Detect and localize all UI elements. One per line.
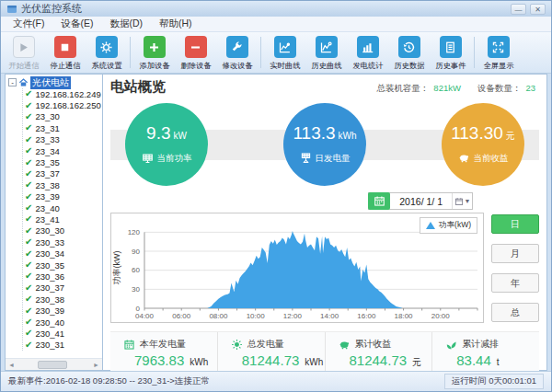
scroll-right-icon[interactable]: ►: [91, 362, 101, 368]
tree-item-23_41[interactable]: ✔23_41: [25, 213, 102, 225]
add-device-button[interactable]: 添加设备: [133, 34, 175, 73]
svg-text:08:00: 08:00: [209, 312, 228, 320]
stop-comm-button[interactable]: 停止通信: [44, 34, 86, 73]
stat-value: 81244.73: [350, 352, 408, 368]
tree-item-230_35[interactable]: ✔230_35: [25, 259, 102, 271]
svg-text:120: 120: [128, 228, 141, 236]
tree-item-23_34[interactable]: ✔23_34: [25, 145, 102, 156]
tree-item-230_40[interactable]: ✔230_40: [25, 317, 102, 328]
scrollbar-thumb[interactable]: [38, 361, 67, 369]
tree-item-label: 230_36: [35, 271, 64, 282]
check-icon: ✔: [25, 123, 32, 133]
device-count-label: 设备数量：: [477, 83, 522, 93]
edit-device-button[interactable]: 修改设备: [216, 34, 258, 73]
tree-children: ✔192.168.162.249✔192.168.162.250✔23_30✔2…: [22, 88, 102, 351]
tree-item-230_30[interactable]: ✔230_30: [25, 225, 102, 236]
tree-item-label: 192.168.162.250: [35, 100, 100, 110]
stat-label: 累计收益: [355, 338, 392, 351]
tree-item-192.168.162.250[interactable]: ✔192.168.162.250: [25, 99, 102, 110]
tree-item-23_35[interactable]: ✔23_35: [25, 156, 102, 167]
tree-item-label: 23_41: [35, 214, 59, 225]
tree-root-label[interactable]: 光伏电站: [30, 76, 71, 89]
tree-collapse-icon[interactable]: -: [8, 78, 17, 86]
system-settings-button[interactable]: 系统设置: [86, 34, 127, 73]
history-data-button[interactable]: 历史数据: [388, 34, 430, 73]
check-icon: ✔: [25, 192, 32, 202]
fullscreen-button[interactable]: 全屏显示: [477, 34, 519, 73]
tree-item-230_39[interactable]: ✔230_39: [25, 305, 102, 316]
menu-item-3[interactable]: 帮助(H): [151, 17, 201, 30]
svg-text:14:00: 14:00: [320, 312, 339, 320]
check-icon: ✔: [25, 89, 32, 98]
history-curve-button[interactable]: 历史曲线: [305, 34, 347, 73]
sun-icon: [231, 339, 243, 351]
scroll-left-icon[interactable]: ◄: [6, 362, 17, 368]
history-events-icon: [440, 36, 462, 58]
period-button-3[interactable]: 总: [491, 303, 539, 322]
tree-item-label: 192.168.162.249: [35, 89, 100, 99]
period-button-2[interactable]: 年: [491, 273, 539, 293]
stat-cell: 本年发电量7963.83kWh: [110, 332, 217, 375]
tree-item-label: 23_39: [35, 191, 59, 202]
generation-stats-button[interactable]: 发电统计: [347, 34, 388, 73]
tree-item-230_34[interactable]: ✔230_34: [25, 248, 102, 259]
date-picker[interactable]: 2016/ 1/ 1 ▼: [368, 192, 473, 210]
history-events-button[interactable]: 历史事件: [430, 34, 471, 73]
stat-value-row: 83.44t: [445, 352, 539, 368]
period-button-1[interactable]: 月: [491, 244, 539, 263]
capacity-stat: 总装机容量：821kW: [376, 83, 461, 95]
check-icon: ✔: [25, 260, 32, 270]
menu-item-2[interactable]: 数据(D): [101, 17, 151, 30]
tree-item-230_33[interactable]: ✔230_33: [25, 236, 102, 248]
daily-energy-value: 113.3: [293, 124, 335, 143]
period-buttons: 日月年总: [491, 213, 539, 323]
tree-item-23_31[interactable]: ✔23_31: [25, 122, 102, 133]
tree-item-230_41[interactable]: ✔230_41: [25, 328, 102, 339]
daily-energy-circle: 113.3kWh 日发电量: [283, 103, 366, 186]
kpi-circles: 9.3kW 当前功率 113.3kWh 日发电量 113.30元 当前收益: [110, 101, 539, 190]
tree-item-23_37[interactable]: ✔23_37: [25, 168, 102, 179]
tree-root-station[interactable]: - 光伏电站: [8, 76, 102, 88]
calendar-dropdown-icon[interactable]: ▼: [452, 193, 472, 209]
toolbar-separator: [260, 37, 261, 68]
page-title: 电站概览: [110, 78, 166, 96]
check-icon: ✔: [25, 112, 32, 121]
tree-item-23_33[interactable]: ✔23_33: [25, 134, 102, 145]
sidebar-horizontal-scrollbar[interactable]: ◄ ►: [6, 358, 102, 370]
delete-device-button[interactable]: 删除设备: [175, 34, 216, 73]
tree-item-23_40[interactable]: ✔23_40: [25, 202, 102, 213]
tree-item-230_36[interactable]: ✔230_36: [25, 271, 102, 282]
toolbar-button-label: 全屏显示: [483, 61, 513, 72]
tree-item-230_37[interactable]: ✔230_37: [25, 282, 102, 294]
date-value[interactable]: 2016/ 1/ 1: [390, 196, 452, 207]
stat-header: 总发电量: [231, 338, 325, 351]
device-sidebar: - 光伏电站 ✔192.168.162.249✔192.168.162.250✔…: [5, 74, 103, 371]
close-button[interactable]: ✕: [530, 4, 546, 15]
tree-item-192.168.162.249[interactable]: ✔192.168.162.249: [25, 88, 102, 99]
toolbar-separator: [130, 37, 131, 68]
current-income-label: 当前收益: [474, 153, 509, 165]
tree-item-label: 23_30: [35, 111, 59, 121]
svg-text:18:00: 18:00: [395, 312, 414, 320]
tree-item-230_38[interactable]: ✔230_38: [25, 294, 102, 305]
tree-item-label: 230_31: [35, 340, 64, 350]
tree-item-23_39[interactable]: ✔23_39: [25, 191, 102, 202]
menu-item-0[interactable]: 文件(F): [5, 17, 52, 30]
tree-item-label: 230_34: [35, 248, 64, 259]
current-power-unit: kW: [173, 127, 186, 145]
content-area: - 光伏电站 ✔192.168.162.249✔192.168.162.250✔…: [1, 74, 551, 371]
realtime-curve-button[interactable]: 实时曲线: [264, 34, 305, 73]
tree-item-23_30[interactable]: ✔23_30: [25, 111, 102, 122]
period-button-0[interactable]: 日: [491, 214, 539, 234]
start-comm-icon: [13, 36, 35, 58]
minimize-button[interactable]: —: [511, 4, 526, 15]
home-icon: [18, 77, 29, 87]
menu-item-1[interactable]: 设备(E): [52, 17, 101, 30]
calendar-icon[interactable]: [368, 192, 390, 210]
tree-item-230_31[interactable]: ✔230_31: [25, 340, 102, 351]
check-icon: ✔: [25, 101, 32, 110]
tree-item-label: 23_34: [35, 146, 59, 156]
scrollbar-track[interactable]: [17, 361, 91, 369]
current-income-circle: 113.30元 当前收益: [442, 103, 524, 186]
tree-item-23_38[interactable]: ✔23_38: [25, 179, 102, 190]
